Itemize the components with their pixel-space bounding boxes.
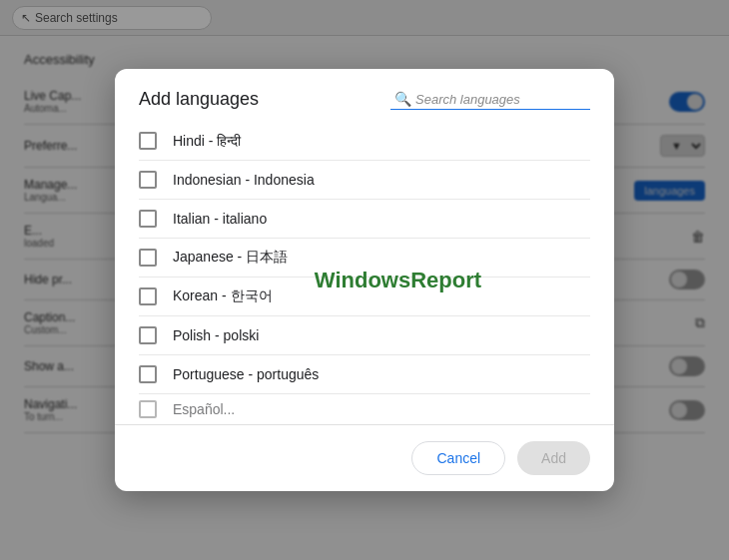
list-item[interactable]: Español... xyxy=(123,394,606,424)
modal-overlay: Add languages 🔍 Hindi - हिन्दी Indonesia… xyxy=(0,0,729,560)
language-name: Hindi - हिन्दी xyxy=(173,133,241,150)
language-name: Japanese - 日本語 xyxy=(173,249,288,267)
list-item[interactable]: Indonesian - Indonesia xyxy=(123,161,606,199)
list-item[interactable]: Polish - polski xyxy=(123,316,606,354)
checkbox-portuguese[interactable] xyxy=(139,365,157,383)
list-item[interactable]: Japanese - 日本語 xyxy=(123,239,606,277)
checkbox-indonesian[interactable] xyxy=(139,171,157,189)
search-icon: 🔍 xyxy=(394,91,411,107)
language-list: Hindi - हिन्दी Indonesian - Indonesia It… xyxy=(115,122,614,424)
list-item[interactable]: Hindi - हिन्दी xyxy=(123,122,606,160)
list-item[interactable]: Italian - italiano xyxy=(123,200,606,238)
checkbox-italian[interactable] xyxy=(139,210,157,228)
checkbox-polish[interactable] xyxy=(139,326,157,344)
language-name: Korean - 한국어 xyxy=(173,287,273,305)
checkbox-spanish[interactable] xyxy=(139,400,157,418)
checkbox-japanese[interactable] xyxy=(139,249,157,267)
checkbox-korean[interactable] xyxy=(139,287,157,305)
language-name: Portuguese - português xyxy=(173,366,319,382)
list-item[interactable]: Korean - 한국어 xyxy=(123,278,606,315)
add-languages-modal: Add languages 🔍 Hindi - हिन्दी Indonesia… xyxy=(115,69,614,491)
search-container: 🔍 xyxy=(390,89,590,110)
cancel-button[interactable]: Cancel xyxy=(411,441,505,475)
checkbox-hindi[interactable] xyxy=(139,132,157,150)
search-languages-input[interactable] xyxy=(415,92,575,107)
list-item[interactable]: Portuguese - português xyxy=(123,355,606,393)
modal-footer: Cancel Add xyxy=(115,424,614,491)
language-name: Indonesian - Indonesia xyxy=(173,172,315,188)
modal-title: Add languages xyxy=(139,89,259,110)
language-name: Polish - polski xyxy=(173,327,259,343)
language-name: Italian - italiano xyxy=(173,211,267,227)
language-name: Español... xyxy=(173,401,235,417)
add-button[interactable]: Add xyxy=(517,441,590,475)
modal-header: Add languages 🔍 xyxy=(115,69,614,122)
